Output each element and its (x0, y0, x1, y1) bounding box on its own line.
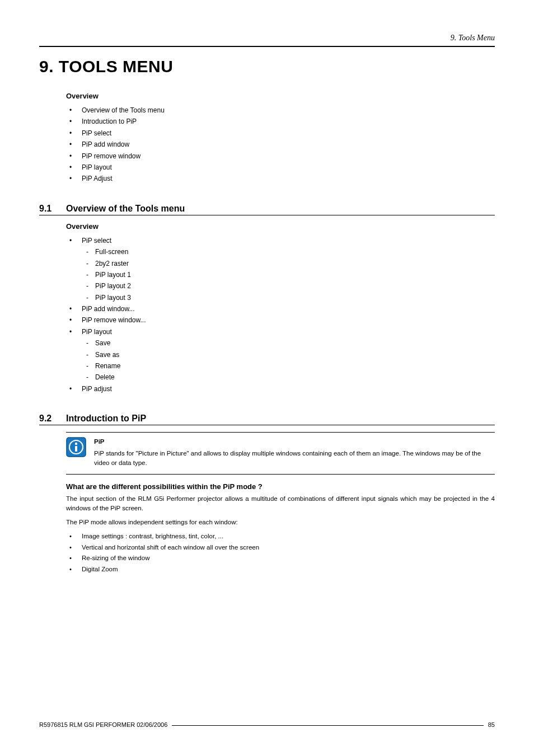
overview-list: Overview of the Tools menu Introduction … (66, 105, 495, 185)
page-number: 85 (488, 721, 495, 728)
list-item: PiP select (66, 128, 495, 139)
list-item: Save as (82, 349, 495, 360)
section-number: 9.1 (39, 204, 66, 214)
list-item: PiP remove window... (66, 314, 495, 326)
section-9-1-body: Overview PiP select Full-screen 2by2 ras… (66, 222, 495, 395)
overview-heading: Overview (66, 222, 495, 231)
settings-list: Image settings : contrast, brightness, t… (66, 531, 495, 575)
list-item: 2by2 raster (82, 258, 495, 269)
sub-list: Save Save as Rename Delete (82, 337, 495, 383)
info-icon (66, 437, 86, 459)
footer-rule (172, 725, 483, 726)
section-9-2-header: 9.2 Introduction to PiP (39, 414, 495, 425)
chapter-overview-block: Overview Overview of the Tools menu Intr… (66, 92, 495, 185)
info-body: PiP stands for "Picture in Picture" and … (94, 450, 481, 466)
list-item: PiP Adjust (66, 173, 495, 184)
page-footer: R5976815 RLM G5I PERFORMER 02/06/2006 85 (39, 721, 495, 728)
paragraph: The PiP mode allows independent settings… (66, 518, 495, 527)
chapter-title: 9. TOOLS MENU (39, 57, 495, 76)
header-rule (39, 46, 495, 47)
list-item: PiP add window (66, 139, 495, 150)
list-item: Re-sizing of the window (66, 553, 495, 564)
list-item: PiP layout 2 (82, 280, 495, 292)
section-title: Overview of the Tools menu (66, 204, 185, 214)
info-box: PiP PiP stands for "Picture in Picture" … (66, 436, 495, 469)
footer-left: R5976815 RLM G5I PERFORMER 02/06/2006 (39, 721, 167, 728)
section-9-1-header: 9.1 Overview of the Tools menu (39, 204, 495, 215)
svg-point-2 (75, 443, 77, 445)
list-item: Overview of the Tools menu (66, 105, 495, 116)
list-item: PiP layout 3 (82, 292, 495, 303)
info-term: PiP (94, 437, 495, 447)
info-bottom-rule (66, 474, 495, 475)
info-top-rule (66, 432, 495, 433)
list-item: Delete (82, 372, 495, 383)
info-text: PiP PiP stands for "Picture in Picture" … (94, 437, 495, 467)
list-item: Vertical and horizontal shift of each wi… (66, 542, 495, 553)
paragraph: The input section of the RLM G5i Perform… (66, 494, 495, 513)
list-item: PiP layout Save Save as Rename Delete (66, 326, 495, 383)
list-item-label: PiP layout (82, 328, 112, 336)
list-item: Rename (82, 360, 495, 372)
list-item: Introduction to PiP (66, 116, 495, 127)
overview-heading: Overview (66, 92, 495, 100)
list-item: PiP select Full-screen 2by2 raster PiP l… (66, 235, 495, 303)
section-number: 9.2 (39, 414, 66, 424)
list-item: PiP add window... (66, 303, 495, 314)
list-item: Digital Zoom (66, 564, 495, 575)
sub-list: Full-screen 2by2 raster PiP layout 1 PiP… (82, 246, 495, 303)
section-9-2-body: PiP PiP stands for "Picture in Picture" … (66, 432, 495, 575)
list-item: PiP remove window (66, 151, 495, 162)
list-item: PiP layout (66, 162, 495, 173)
list-item: Full-screen (82, 246, 495, 257)
overview-tree: PiP select Full-screen 2by2 raster PiP l… (66, 235, 495, 395)
list-item: Image settings : contrast, brightness, t… (66, 531, 495, 542)
running-header: 9. Tools Menu (39, 34, 495, 43)
page: 9. Tools Menu 9. TOOLS MENU Overview Ove… (0, 0, 534, 575)
list-item: Save (82, 337, 495, 349)
list-item: PiP layout 1 (82, 269, 495, 280)
question-heading: What are the different possibilities wit… (66, 482, 495, 491)
list-item: PiP adjust (66, 383, 495, 395)
list-item-label: PiP select (82, 237, 111, 245)
section-title: Introduction to PiP (66, 414, 146, 424)
svg-rect-3 (75, 446, 77, 452)
